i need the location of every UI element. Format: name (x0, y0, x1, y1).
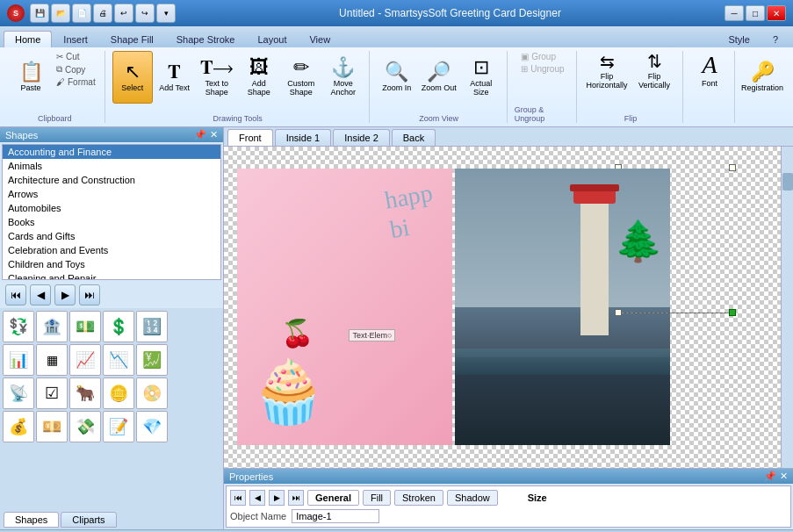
canvas-wrapper[interactable]: happ bi 🧁 🍒 Text·Elem○ (224, 147, 793, 468)
shape-thumb-20[interactable]: 💎 (136, 411, 168, 442)
shapes-next-last[interactable]: ⏭ (79, 284, 100, 306)
props-tab-stroken[interactable]: Stroken (394, 490, 443, 506)
minimize-button[interactable]: ─ (725, 5, 744, 21)
flip-h-button[interactable]: ⇆ Flip Horizontally (584, 51, 630, 91)
ungroup-button[interactable]: ⊞ Ungroup (517, 63, 567, 75)
maximize-button[interactable]: □ (746, 5, 765, 21)
zoom-in-button[interactable]: 🔍 Zoom In (377, 51, 417, 104)
shape-thumb-15[interactable]: 📀 (136, 377, 168, 409)
add-shape-button[interactable]: 🖼 Add Shape (239, 51, 279, 104)
shape-thumb-13[interactable]: 🐂 (69, 377, 101, 409)
shape-thumb-10[interactable]: 💹 (136, 344, 168, 376)
props-tab-shadow[interactable]: Shadow (447, 490, 498, 506)
shape-thumb-12[interactable]: ☑ (36, 377, 68, 409)
category-arrows[interactable]: Arrows (3, 187, 220, 201)
props-tab-fill[interactable]: Fill (363, 490, 391, 506)
category-cards-gifts[interactable]: Cards and Gifts (3, 229, 220, 243)
pin-icon[interactable]: 📌 (194, 129, 206, 140)
paste-label: Paste (20, 83, 40, 92)
tab-style[interactable]: Style (717, 31, 761, 47)
shape-thumb-4[interactable]: 💲 (103, 311, 134, 342)
tab-layout[interactable]: Layout (246, 31, 298, 47)
shapes-prev[interactable]: ◀ (30, 284, 51, 306)
font-button[interactable]: A Font (690, 51, 729, 90)
custom-shape-icon: ✏ (293, 58, 309, 77)
cut-button[interactable]: ✂ Cut (53, 51, 99, 62)
category-automobiles[interactable]: Automobiles (3, 201, 220, 215)
shape-thumb-3[interactable]: 💵 (69, 311, 101, 342)
shape-thumb-17[interactable]: 💴 (36, 411, 68, 442)
props-nav-first[interactable]: ⏮ (230, 490, 246, 506)
shapes-category-list[interactable]: Accounting and Finance Animals Architect… (2, 144, 221, 280)
zoom-out-button[interactable]: 🔎 Zoom Out (419, 51, 459, 104)
shapes-next[interactable]: ▶ (54, 284, 76, 306)
properties-close-icon[interactable]: ✕ (780, 471, 788, 482)
shape-thumb-5[interactable]: 🔢 (136, 311, 168, 342)
properties-pin-icon[interactable]: 📌 (764, 471, 776, 482)
selection-handle-mid-left[interactable] (615, 309, 622, 316)
shape-thumb-18[interactable]: 💸 (69, 411, 101, 442)
close-button[interactable]: ✕ (767, 5, 786, 21)
canvas-tab-inside2[interactable]: Inside 2 (333, 129, 390, 146)
shape-thumb-8[interactable]: 📈 (69, 344, 101, 376)
quick-redo-btn[interactable]: ↪ (135, 4, 155, 23)
category-celebration[interactable]: Celebration and Events (3, 243, 220, 257)
flip-v-button[interactable]: ⇅ Flip Vertically (631, 51, 677, 91)
scrollbar-thumb-v[interactable] (782, 173, 793, 191)
category-animals[interactable]: Animals (3, 159, 220, 173)
help-button[interactable]: ? (761, 31, 789, 47)
tab-shapes[interactable]: Shapes (4, 512, 59, 528)
copy-button[interactable]: ⧉ Copy (53, 63, 99, 75)
quick-print-btn[interactable]: 🖨 (93, 4, 112, 23)
move-anchor-button[interactable]: ⚓ Move Anchor (323, 51, 364, 104)
quick-more-btn[interactable]: ▾ (156, 4, 176, 23)
text-to-shape-button[interactable]: 𝐓⟶ Text to Shape (197, 51, 237, 104)
props-nav-last[interactable]: ⏭ (288, 490, 304, 506)
shape-thumb-9[interactable]: 📉 (103, 344, 134, 376)
registration-button[interactable]: 🔑 Registration (742, 51, 782, 104)
shape-thumb-6[interactable]: 📊 (3, 344, 34, 376)
shape-thumb-1[interactable]: 💱 (3, 311, 34, 342)
selection-handle-top-right[interactable] (729, 164, 736, 171)
tab-cliparts[interactable]: Cliparts (61, 512, 116, 528)
category-books[interactable]: Books (3, 215, 220, 229)
object-name-input[interactable] (292, 509, 379, 523)
tab-insert[interactable]: Insert (52, 31, 99, 47)
category-accounting[interactable]: Accounting and Finance (3, 145, 220, 159)
category-architecture[interactable]: Architecture and Construction (3, 173, 220, 187)
add-text-button[interactable]: 𝐓 Add Text (155, 51, 195, 104)
paste-button[interactable]: 📋 Paste (11, 51, 51, 104)
shape-thumb-19[interactable]: 📝 (103, 411, 134, 442)
props-tab-general[interactable]: General (307, 490, 359, 506)
selection-handle-mid-right[interactable] (729, 309, 736, 316)
shape-thumb-14[interactable]: 🪙 (103, 377, 134, 409)
actual-size-button[interactable]: ⊡ Actual Size (461, 51, 501, 104)
shape-thumb-2[interactable]: 🏦 (36, 311, 68, 342)
tab-view[interactable]: View (298, 31, 342, 47)
quick-open-btn[interactable]: 📂 (51, 4, 70, 23)
canvas-scrollbar[interactable] (781, 147, 793, 468)
shape-thumb-11[interactable]: 📡 (3, 377, 34, 409)
canvas-tab-inside1[interactable]: Inside 1 (275, 129, 332, 146)
panel-close-icon[interactable]: ✕ (210, 129, 218, 140)
quick-new-btn[interactable]: 📄 (72, 4, 91, 23)
group-button[interactable]: ▣ Group (517, 51, 567, 62)
tab-home[interactable]: Home (4, 31, 52, 47)
shape-thumb-16[interactable]: 💰 (3, 411, 34, 442)
canvas-tab-front[interactable]: Front (227, 129, 273, 146)
canvas-tab-back[interactable]: Back (392, 129, 436, 146)
tab-shape-fill[interactable]: Shape Fill (99, 31, 165, 47)
category-cleaning[interactable]: Cleaning and Repair (3, 271, 220, 280)
select-button[interactable]: ↖ Select (112, 51, 153, 104)
props-nav-prev[interactable]: ◀ (249, 490, 265, 506)
quick-undo-btn[interactable]: ↩ (114, 4, 133, 23)
format-paint-button[interactable]: 🖌 Format (53, 76, 99, 88)
props-nav-next[interactable]: ▶ (269, 490, 285, 506)
window-title: Untitled - SmartsysSoft Greeting Card De… (176, 7, 725, 19)
tab-shape-stroke[interactable]: Shape Stroke (165, 31, 247, 47)
quick-save-btn[interactable]: 💾 (30, 4, 49, 23)
shapes-prev-first[interactable]: ⏮ (5, 284, 26, 306)
custom-shape-button[interactable]: ✏ Custom Shape (281, 51, 321, 104)
shape-thumb-7[interactable]: ▦ (36, 344, 68, 376)
category-children[interactable]: Children and Toys (3, 257, 220, 271)
